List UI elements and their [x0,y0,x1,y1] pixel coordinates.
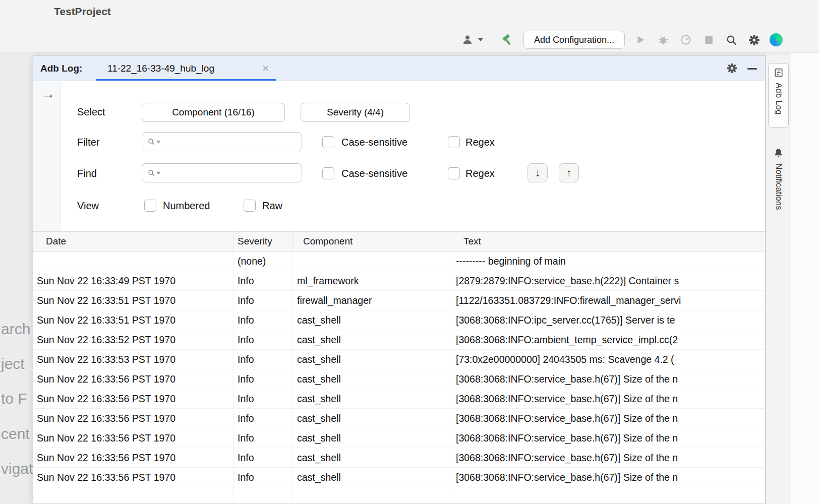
log-cell-text: [3068:3068:INFO:service_base.h(67)] Size… [456,428,765,448]
log-cell-severity: Info [238,350,290,369]
table-row[interactable]: Sun Nov 22 16:33:52 PST 1970 Info cast_s… [33,330,765,350]
column-header-component[interactable]: Component [303,232,353,251]
table-row[interactable]: Sun Nov 22 16:33:56 PST 1970 Info cast_s… [33,409,765,428]
user-icon [461,33,476,47]
background-text-fragment: to F [1,390,27,407]
table-row[interactable]: Sun Nov 22 16:33:56 PST 1970 Info cast_s… [33,389,765,409]
column-header-date[interactable]: Date [46,232,66,251]
title-bar: TestProject Add Configuration... [0,0,819,53]
table-row[interactable]: Sun Nov 22 16:33:56 PST 1970 Info cast_s… [33,369,765,389]
search-icon[interactable] [724,33,738,47]
background-fragments: archjectto Fcentvigat [0,0,33,504]
component-filter-button[interactable]: Component (16/16) [142,103,285,122]
log-cell-date: Sun Nov 22 16:33:51 PST 1970 [37,310,231,330]
raw-label: Raw [262,200,282,212]
log-cell-severity: Info [238,271,290,290]
log-cell-component: cast_shell [297,389,451,408]
log-table-header: Date Severity Component Text [33,231,765,251]
log-cell-text: [3068:3068:INFO:service_base.h(67)] Size… [456,468,765,487]
background-text-fragment: arch [1,321,30,338]
filter-gutter: → [33,81,61,231]
log-cell-text: [3068:3068:INFO:service_base.h(67)] Size… [456,448,765,467]
column-divider [292,232,292,251]
table-row[interactable]: Sun Nov 22 16:33:53 PST 1970 Info cast_s… [33,350,765,369]
close-icon[interactable]: × [262,63,269,74]
profiler-icon[interactable] [679,33,693,47]
column-header-text[interactable]: Text [463,232,481,251]
sidebar-tab-notifications[interactable]: Notifications [768,146,789,232]
tool-window-title: Adb Log: [40,56,82,81]
find-previous-button[interactable]: ↑ [559,163,579,182]
table-row[interactable]: Sun Nov 22 16:33:56 PST 1970 Info cast_s… [33,428,765,448]
right-tool-stripe: Adb Log Notifications [766,55,791,504]
log-cell-date: Sun Nov 22 16:33:56 PST 1970 [37,409,231,428]
project-title: TestProject [54,6,111,18]
table-row[interactable]: Sun Nov 22 16:33:51 PST 1970 Info cast_s… [33,310,765,330]
filter-regex-label: Regex [465,137,495,148]
collapse-arrow-icon[interactable]: → [42,86,55,102]
log-cell-date: Sun Nov 22 16:33:56 PST 1970 [37,448,231,467]
build-hammer-icon[interactable] [501,33,515,47]
chevron-down-icon [156,172,160,174]
table-row[interactable]: (none) --------- beginning of main [33,251,765,271]
find-input-box[interactable] [142,163,302,182]
panel-settings-gear-icon[interactable] [726,62,738,76]
filter-case-sensitive-label: Case-sensitive [341,137,407,148]
raw-checkbox[interactable] [244,200,256,212]
log-file-tab-label: 11-22_16-33-49_hub_log [107,63,214,74]
run-icon[interactable] [633,33,648,47]
add-configuration-button[interactable]: Add Configuration... [523,31,625,49]
user-profile-button[interactable] [461,33,483,47]
sidebar-tab-adb-log-label: Adb Log [774,83,784,114]
log-cell-text: --------- beginning of main [456,251,765,271]
bell-icon [774,148,783,160]
log-cell-component: firewall_manager [297,291,451,310]
log-cell-severity: Info [238,409,290,428]
log-cell-date: Sun Nov 22 16:33:56 PST 1970 [37,369,231,389]
settings-gear-icon[interactable] [747,33,761,47]
column-header-severity[interactable]: Severity [238,232,272,251]
log-cell-component: cast_shell [297,409,451,428]
log-cell-text: [3068:3068:INFO:service_base.h(67)] Size… [456,409,765,428]
numbered-label: Numbered [163,200,210,212]
stop-icon[interactable] [701,33,716,47]
log-file-tab[interactable]: 11-22_16-33-49_hub_log × [96,56,276,81]
main-toolbar: Add Configuration... [461,29,783,51]
log-cell-date: Sun Nov 22 16:33:56 PST 1970 [37,389,231,408]
minimize-icon[interactable] [747,68,757,70]
log-cell-severity: Info [238,428,290,448]
table-row[interactable]: Sun Nov 22 16:33:56 PST 1970 Info cast_s… [33,448,765,468]
sidebar-tab-adb-log[interactable]: Adb Log [768,63,789,128]
android-studio-logo-icon[interactable] [770,33,783,46]
log-table-body: (none) --------- beginning of main Sun N… [33,251,765,503]
debug-icon[interactable] [656,33,670,47]
filter-input-box[interactable] [142,132,302,151]
filter-controls: → Select Component (16/16) Severity (4/4… [33,81,765,231]
log-cell-date: Sun Nov 22 16:33:49 PST 1970 [37,271,231,290]
find-input[interactable] [162,164,298,182]
column-divider [233,232,234,251]
find-next-button[interactable]: ↓ [528,163,548,182]
find-case-sensitive-checkbox[interactable] [322,167,334,179]
log-cell-severity: Info [238,369,290,389]
toolbar-divider [492,33,492,46]
log-cell-component: cast_shell [297,310,451,330]
log-cell-severity: Info [238,468,290,487]
log-cell-text: [3068:3068:INFO:service_base.h(67)] Size… [456,389,765,408]
adb-log-tab-bar: Adb Log: 11-22_16-33-49_hub_log × [33,56,765,81]
filter-regex-checkbox[interactable] [448,136,460,148]
table-row[interactable]: Sun Nov 22 16:33:51 PST 1970 Info firewa… [33,291,765,310]
find-case-sensitive-label: Case-sensitive [341,168,407,179]
find-regex-checkbox[interactable] [448,167,460,179]
filter-case-sensitive-checkbox[interactable] [322,136,334,148]
search-history-icon[interactable] [147,138,160,146]
filter-input[interactable] [162,133,298,151]
table-row[interactable]: Sun Nov 22 16:33:56 PST 1970 Info cast_s… [33,468,765,487]
numbered-checkbox[interactable] [144,200,156,212]
table-row[interactable]: Sun Nov 22 16:33:49 PST 1970 Info ml_fra… [33,271,765,291]
log-cell-component: cast_shell [297,330,451,349]
search-history-icon[interactable] [147,169,160,177]
severity-filter-button[interactable]: Severity (4/4) [301,103,410,122]
log-cell-text: [1122/163351.083729:INFO:firewall_manage… [456,291,765,310]
log-cell-text: [3068:3068:INFO:service_base.h(67)] Size… [456,369,765,389]
